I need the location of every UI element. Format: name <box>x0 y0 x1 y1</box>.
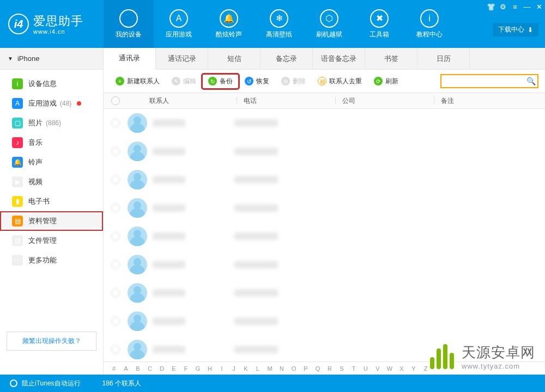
alpha-letter[interactable]: E <box>169 365 179 372</box>
table-body[interactable] <box>104 109 545 362</box>
contact-phone <box>234 148 278 155</box>
alpha-letter[interactable]: W <box>385 365 395 372</box>
help-link[interactable]: 频繁出现操作失败？ <box>7 332 96 351</box>
refresh-button[interactable]: ⟳ 刷新 <box>368 75 404 88</box>
alpha-letter[interactable]: D <box>157 365 167 372</box>
download-center-button[interactable]: 下载中心 ⬇ <box>493 23 538 36</box>
sidebar-item[interactable]: ▢照片(886) <box>0 113 103 133</box>
top-nav-item[interactable]: ✖工具箱 <box>354 0 404 48</box>
table-row[interactable] <box>104 109 545 137</box>
dedupe-button[interactable]: ▤ 联系人去重 <box>312 75 367 88</box>
search-input[interactable] <box>445 77 526 85</box>
alpha-letter[interactable]: V <box>373 365 383 372</box>
top-nav-item[interactable]: 🔔酷炫铃声 <box>204 0 254 48</box>
alpha-letter[interactable]: L <box>253 365 263 372</box>
sidebar-item[interactable]: 🔔铃声 <box>0 152 103 172</box>
alpha-letter[interactable]: G <box>193 365 203 372</box>
alpha-letter[interactable]: F <box>181 365 191 372</box>
edit-button[interactable]: ✎ 编辑 <box>166 75 202 88</box>
row-checkbox[interactable] <box>111 317 120 326</box>
alpha-letter[interactable]: I <box>217 365 227 372</box>
top-nav-item[interactable]: ⬡刷机越狱 <box>304 0 354 48</box>
top-nav-item[interactable]: 我的设备 <box>104 0 154 48</box>
app-header: i4 爱思助手 www.i4.cn 我的设备A应用游戏🔔酷炫铃声❄高清壁纸⬡刷机… <box>0 0 545 48</box>
sidebar-icon: ♪ <box>12 137 23 148</box>
sub-tab[interactable]: 语音备忘录 <box>313 48 365 69</box>
table-row[interactable] <box>104 194 545 222</box>
sidebar-item[interactable]: ▤文件管理 <box>0 231 103 250</box>
table-row[interactable] <box>104 222 545 250</box>
sidebar-item[interactable]: ▤资料管理 <box>0 211 103 231</box>
alpha-letter[interactable]: C <box>145 365 155 372</box>
alpha-letter[interactable]: O <box>289 365 299 372</box>
table-row[interactable] <box>104 279 545 307</box>
sidebar-item[interactable]: i设备信息 <box>0 74 103 94</box>
alpha-letter[interactable]: Z <box>421 365 431 372</box>
delete-button[interactable]: ⊖ 删除 <box>276 75 311 88</box>
row-checkbox[interactable] <box>111 175 120 184</box>
th-company[interactable]: 公司 <box>336 96 434 106</box>
alpha-letter[interactable]: N <box>277 365 287 372</box>
sub-tab[interactable]: 日历 <box>417 48 470 69</box>
sidebar-item[interactable]: A应用游戏(48) <box>0 94 103 113</box>
th-notes[interactable]: 备注 <box>434 96 545 106</box>
row-checkbox[interactable] <box>111 260 120 269</box>
sidebar-item[interactable]: ⋯更多功能 <box>0 250 103 270</box>
th-contact[interactable]: 联系人 <box>128 96 237 106</box>
sub-tab[interactable]: 短信 <box>208 48 261 69</box>
alpha-letter[interactable]: Q <box>313 365 323 372</box>
sub-tab[interactable]: 通讯录 <box>104 48 156 70</box>
row-checkbox[interactable] <box>111 345 120 354</box>
alpha-letter[interactable]: X <box>397 365 407 372</box>
minimize-button[interactable]: — <box>521 0 533 13</box>
new-contact-button[interactable]: + 新建联系人 <box>110 75 165 88</box>
backup-button[interactable]: ↻ 备份 <box>203 75 238 88</box>
row-checkbox[interactable] <box>111 147 120 156</box>
theme-icon[interactable]: 👕 <box>485 0 497 13</box>
sub-tab[interactable]: 通话记录 <box>156 48 208 69</box>
alpha-letter[interactable]: J <box>229 365 239 372</box>
sidebar-item[interactable]: ▶视频 <box>0 172 103 192</box>
top-nav-item[interactable]: A应用游戏 <box>154 0 204 48</box>
sub-tab[interactable]: 备忘录 <box>261 48 313 69</box>
contact-name <box>153 204 185 212</box>
search-icon[interactable]: 🔍 <box>526 77 536 85</box>
watermark-logo-icon <box>430 344 455 369</box>
device-header[interactable]: ▼ iPhone <box>0 48 103 70</box>
top-nav-item[interactable]: ❄高清壁纸 <box>254 0 304 48</box>
alpha-letter[interactable]: # <box>109 365 119 372</box>
alpha-letter[interactable]: S <box>337 365 347 372</box>
itunes-block-toggle[interactable]: 阻止iTunes自动运行 <box>0 379 81 388</box>
alpha-letter[interactable]: T <box>349 365 359 372</box>
select-all-checkbox[interactable] <box>111 96 120 105</box>
row-checkbox[interactable] <box>111 289 120 297</box>
alpha-letter[interactable]: M <box>265 365 275 372</box>
sub-tab[interactable]: 书签 <box>365 48 417 69</box>
table-row[interactable] <box>104 307 545 335</box>
sidebar-item[interactable]: ♪音乐 <box>0 133 103 152</box>
alpha-letter[interactable]: R <box>325 365 335 372</box>
close-button[interactable]: ✕ <box>533 0 545 13</box>
alpha-letter[interactable]: Y <box>409 365 419 372</box>
restore-button[interactable]: ↺ 恢复 <box>239 75 275 88</box>
search-box[interactable]: 🔍 <box>440 74 538 88</box>
gear-icon[interactable]: ⚙ <box>497 0 509 13</box>
table-row[interactable] <box>104 166 545 194</box>
alpha-letter[interactable]: H <box>205 365 215 372</box>
alpha-letter[interactable]: A <box>121 365 131 372</box>
table-row[interactable] <box>104 137 545 166</box>
alpha-letter[interactable]: K <box>241 365 251 372</box>
contact-name <box>153 119 185 127</box>
row-checkbox[interactable] <box>111 119 120 127</box>
alpha-letter[interactable]: U <box>361 365 371 372</box>
row-checkbox[interactable] <box>111 232 120 241</box>
menu-icon[interactable]: ≡ <box>509 0 521 13</box>
alpha-letter[interactable]: B <box>133 365 143 372</box>
contact-phone <box>234 232 278 240</box>
table-row[interactable] <box>104 250 545 279</box>
row-checkbox[interactable] <box>111 204 120 212</box>
sidebar-item[interactable]: ▮电子书 <box>0 192 103 211</box>
th-phone[interactable]: 电话 <box>237 96 335 106</box>
top-nav-item[interactable]: i教程中心 <box>404 0 455 48</box>
alpha-letter[interactable]: P <box>301 365 311 372</box>
